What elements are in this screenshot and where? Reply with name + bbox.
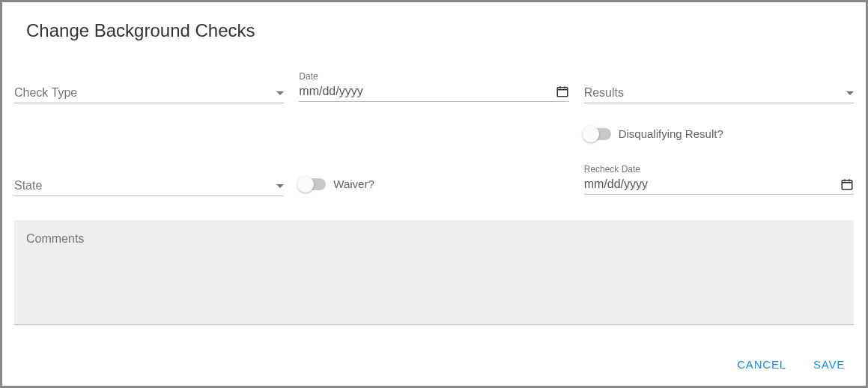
waiver-label: Waiver?: [333, 178, 374, 190]
check-type-dropdown[interactable]: Check Type: [14, 71, 284, 103]
recheck-date-placeholder: mm/dd/yyyy: [584, 178, 840, 191]
disqualifying-label: Disqualifying Result?: [619, 127, 723, 140]
chevron-down-icon: [276, 91, 284, 95]
toggle-knob: [297, 176, 314, 193]
date-label: Date: [299, 71, 568, 82]
change-background-checks-dialog: Change Background Checks Check Type Date…: [2, 2, 866, 386]
calendar-icon[interactable]: [556, 85, 569, 98]
results-field: Results: [584, 71, 854, 103]
check-type-field: Check Type: [14, 71, 284, 103]
chevron-down-icon: [846, 91, 854, 95]
state-label: State: [14, 179, 276, 193]
results-label: Results: [584, 86, 846, 100]
svg-rect-0: [557, 88, 568, 97]
state-dropdown[interactable]: State: [14, 164, 284, 196]
disqualifying-toggle[interactable]: [584, 128, 611, 140]
toggle-knob: [583, 126, 599, 142]
empty-cell: [14, 127, 284, 140]
disqualifying-field: Disqualifying Result?: [584, 127, 854, 140]
empty-cell: [299, 127, 568, 140]
date-placeholder: mm/dd/yyyy: [299, 85, 555, 98]
recheck-date-label: Recheck Date: [584, 164, 854, 175]
calendar-icon[interactable]: [840, 178, 854, 191]
recheck-date-field: Recheck Date mm/dd/yyyy: [584, 164, 854, 196]
date-input[interactable]: mm/dd/yyyy: [299, 85, 568, 102]
form-grid: Check Type Date mm/dd/yyyy: [14, 71, 854, 325]
chevron-down-icon: [276, 184, 284, 188]
check-type-label: Check Type: [14, 86, 276, 100]
save-button[interactable]: SAVE: [807, 354, 851, 375]
comments-label: Comments: [26, 232, 84, 245]
state-field: State: [14, 164, 284, 196]
cancel-button[interactable]: CANCEL: [731, 354, 792, 375]
waiver-field: Waiver?: [299, 164, 568, 196]
waiver-toggle[interactable]: [299, 178, 326, 190]
recheck-date-input[interactable]: mm/dd/yyyy: [584, 178, 854, 195]
date-field: Date mm/dd/yyyy: [299, 71, 568, 103]
svg-rect-4: [842, 181, 852, 190]
results-dropdown[interactable]: Results: [584, 71, 854, 103]
dialog-actions: CANCEL SAVE: [731, 354, 851, 375]
comments-textarea[interactable]: Comments: [14, 220, 854, 325]
dialog-title: Change Background Checks: [14, 20, 854, 41]
